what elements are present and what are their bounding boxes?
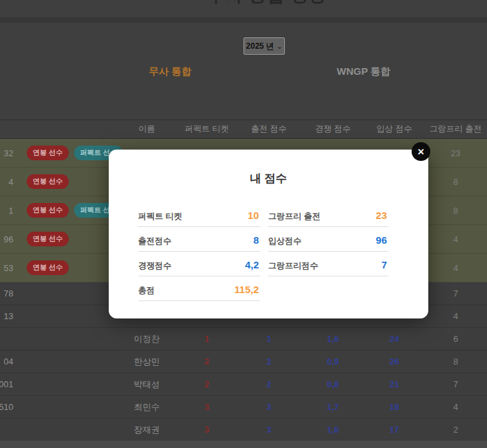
table-row: 04한상민220,9268: [0, 351, 487, 373]
row-compete: 1,7: [304, 402, 362, 412]
table-row: 001박태성220,8217: [0, 373, 487, 396]
row-entry: 3: [233, 402, 304, 412]
row-prize: 18: [362, 402, 427, 412]
row-gp: 4: [427, 263, 484, 273]
score-field-label: 경쟁점수: [138, 260, 171, 272]
score-field-value: 96: [376, 234, 387, 246]
row-prize: 17: [362, 425, 427, 435]
score-field: 경쟁점수4,2: [138, 252, 260, 276]
score-field: 출전점수8: [138, 227, 260, 252]
tab-musa-total[interactable]: 무사 통합: [73, 61, 267, 82]
score-field-value: 115,2: [234, 284, 259, 295]
col-header-compete: 경쟁 점수: [304, 124, 362, 135]
score-field-value: 10: [248, 210, 259, 221]
row-gp: 4: [427, 234, 484, 244]
badge-salary: 연봉 선수: [27, 203, 69, 218]
row-id: 53: [0, 263, 20, 273]
badge-salary: 연봉 선수: [27, 232, 69, 246]
row-id: 510: [0, 402, 20, 412]
row-ticket: 3: [180, 425, 233, 435]
row-gp: 6: [427, 334, 484, 344]
score-field-empty: [268, 276, 388, 301]
score-fields: 퍼펙트 티켓10그랑프리 출전23출전점수8입상점수96경쟁점수4,2그랑프리점…: [138, 202, 428, 301]
score-field-value: 7: [382, 259, 387, 270]
row-id: 1: [0, 206, 20, 216]
score-field: 그랑프리점수7: [268, 252, 388, 276]
row-ticket: 1: [180, 334, 233, 344]
score-field-label: 입상점수: [268, 236, 302, 247]
table-header-row: 이름 퍼펙트 티켓 출전 점수 경쟁 점수 입상 점수 그랑프리 출전: [0, 120, 487, 139]
header-divider: [0, 17, 487, 23]
score-field-label: 그랑프리 출전: [268, 211, 320, 222]
row-badges: 연봉 선수퍼펙트 선수: [20, 203, 113, 218]
row-gp: 23: [427, 148, 484, 158]
row-entry: 2: [233, 357, 304, 367]
row-badges: 연봉 선수: [20, 260, 113, 275]
chevron-down-icon: ⌄: [277, 43, 282, 50]
row-gp: 8: [427, 206, 484, 216]
row-gp: 4: [427, 311, 484, 321]
row-name: 이정찬: [113, 333, 180, 345]
row-gp: 7: [427, 379, 484, 389]
row-badges: 연봉 선수퍼펙트 선수: [20, 146, 113, 160]
row-compete: 1,6: [304, 334, 362, 344]
score-field-label: 퍼펙트 티켓: [138, 211, 182, 222]
score-field: 퍼펙트 티켓10: [138, 202, 260, 227]
table-row: 장재권331,6172: [0, 419, 487, 441]
score-field-value: 4,2: [245, 259, 259, 270]
row-name: 장재권: [113, 424, 180, 436]
my-score-modal: ✕ 내 점수 퍼펙트 티켓10그랑프리 출전23출전점수8입상점수96경쟁점수4…: [109, 150, 428, 318]
row-gp: 8: [427, 357, 484, 367]
row-name: 최민수: [113, 401, 180, 413]
row-gp: 7: [427, 288, 484, 298]
row-ticket: 3: [180, 402, 233, 412]
tab-bar: 무사 통합 WNGP 통합: [73, 61, 460, 82]
col-header-ticket: 퍼펙트 티켓: [180, 124, 233, 135]
row-compete: 0,8: [304, 379, 362, 389]
col-header-entry: 출전 점수: [233, 124, 304, 135]
row-id: 32: [0, 148, 20, 158]
score-field-value: 23: [376, 210, 387, 221]
score-field-label: 출전점수: [138, 236, 171, 247]
modal-title: 내 점수: [109, 171, 428, 186]
row-prize: 21: [362, 379, 427, 389]
col-header-prize: 입상 점수: [362, 124, 427, 135]
row-badges: 연봉 선수: [20, 174, 113, 189]
page-title: 무사 통합 랭킹: [0, 0, 487, 7]
year-select[interactable]: 2025 년 ⌄: [244, 37, 285, 55]
row-id: 04: [0, 357, 20, 367]
footer-strip: [0, 441, 487, 448]
year-select-value: 2025 년: [246, 41, 274, 52]
col-header-name: 이름: [113, 124, 180, 135]
row-name: 한상민: [113, 356, 180, 368]
score-field: 입상점수96: [268, 227, 388, 252]
score-field-value: 8: [254, 234, 259, 246]
row-compete: 0,9: [304, 357, 362, 367]
score-field-label: 그랑프리점수: [268, 260, 318, 272]
col-header-gp: 그랑프리 출전: [427, 124, 484, 135]
tab-wngp-total[interactable]: WNGP 통합: [267, 61, 460, 82]
score-field-label: 총점: [138, 285, 155, 296]
row-gp: 4: [427, 402, 484, 412]
row-entry: 1: [233, 334, 304, 344]
row-gp: 2: [427, 425, 484, 435]
row-prize: 26: [362, 357, 427, 367]
row-compete: 1,6: [304, 425, 362, 435]
badge-salary: 연봉 선수: [27, 146, 69, 160]
row-id: 4: [0, 177, 20, 187]
row-gp: 8: [427, 177, 484, 187]
score-field: 그랑프리 출전23: [268, 202, 388, 227]
row-id: 001: [0, 379, 20, 389]
row-badges: 연봉 선수: [20, 232, 113, 246]
row-entry: 3: [233, 425, 304, 435]
row-ticket: 2: [180, 357, 233, 367]
table-row: 510최민수331,7184: [0, 396, 487, 419]
row-id: 78: [0, 288, 20, 298]
row-name: 박태성: [113, 379, 180, 391]
badge-salary: 연봉 선수: [27, 174, 69, 189]
row-prize: 24: [362, 334, 427, 344]
row-entry: 2: [233, 379, 304, 389]
row-id: 96: [0, 234, 20, 244]
score-field: 총점115,2: [138, 276, 260, 301]
close-icon[interactable]: ✕: [412, 142, 430, 161]
